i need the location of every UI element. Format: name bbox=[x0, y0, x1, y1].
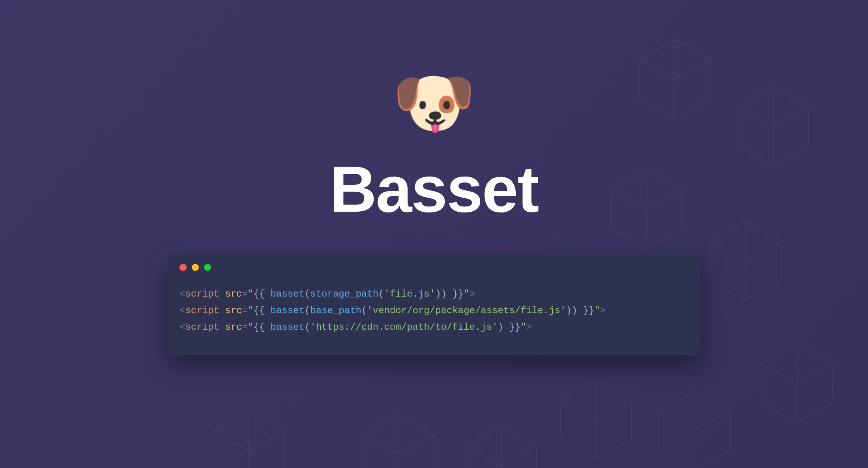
code-window: <script src="{{ basset(storage_path('fil… bbox=[168, 254, 700, 355]
hero-section: 🐶 Basset <script src="{{ basset(storage_… bbox=[0, 0, 868, 355]
maximize-icon bbox=[204, 264, 211, 271]
code-line: <script src="{{ basset('https://cdn.com/… bbox=[180, 319, 688, 336]
code-line: <script src="{{ basset(base_path('vendor… bbox=[180, 303, 688, 319]
code-line: <script src="{{ basset(storage_path('fil… bbox=[180, 286, 688, 303]
code-body: <script src="{{ basset(storage_path('fil… bbox=[168, 278, 700, 355]
minimize-icon bbox=[192, 264, 199, 271]
dog-emoji-logo: 🐶 bbox=[392, 69, 476, 136]
close-icon bbox=[180, 264, 187, 271]
window-controls bbox=[168, 254, 700, 278]
page-title: Basset bbox=[329, 152, 538, 227]
